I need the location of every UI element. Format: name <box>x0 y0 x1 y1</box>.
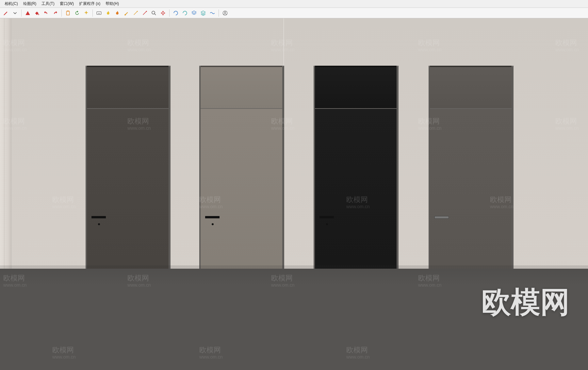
toolbar: AI <box>0 8 588 18</box>
magnifier-icon[interactable] <box>150 9 158 17</box>
door-keyhole <box>98 223 100 225</box>
separator <box>21 9 22 17</box>
scene-left-wall <box>0 18 12 286</box>
watermark-small: 欧模网www.om.cn <box>127 38 151 52</box>
flame-orange-icon[interactable] <box>113 9 121 17</box>
separator <box>92 9 93 17</box>
pencil-icon[interactable] <box>2 9 10 17</box>
svg-point-5 <box>137 11 138 12</box>
door-handle <box>319 216 334 218</box>
scene-floor <box>0 269 588 370</box>
swirl-blue-icon[interactable] <box>172 9 180 17</box>
triangle-icon[interactable] <box>24 9 32 17</box>
svg-point-9 <box>224 11 226 13</box>
wand-icon[interactable] <box>132 9 139 17</box>
separator <box>169 9 170 17</box>
layers-icon[interactable] <box>199 9 207 17</box>
door-handle <box>434 216 449 219</box>
watermark-small: 欧模网www.om.cn <box>555 38 579 52</box>
wand-red-icon[interactable] <box>141 9 149 17</box>
arrows-out-icon[interactable] <box>159 9 167 17</box>
stack-icon[interactable] <box>190 9 198 17</box>
flame-yellow-icon[interactable] <box>104 9 112 17</box>
svg-point-6 <box>146 11 147 12</box>
sparkle-icon[interactable] <box>82 9 90 17</box>
svg-point-0 <box>38 14 39 15</box>
svg-rect-1 <box>67 11 70 15</box>
door-keyhole <box>212 223 214 225</box>
user-circle-icon[interactable] <box>221 9 229 17</box>
swirl-teal-icon[interactable] <box>181 9 189 17</box>
clipboard-icon[interactable] <box>64 9 72 17</box>
menu-extensions[interactable]: 扩展程序 (x) <box>76 1 103 7</box>
menu-window[interactable]: 窗口(W) <box>57 1 76 7</box>
dropdown-icon[interactable] <box>11 9 19 17</box>
scene-seam-line <box>284 18 284 66</box>
watermark-small: 欧模网www.om.cn <box>555 116 579 131</box>
menu-bar: 相机(C) 绘图(R) 工具(T) 窗口(W) 扩展程序 (x) 帮助(H) <box>0 0 588 8</box>
menu-draw[interactable]: 绘图(R) <box>21 1 39 7</box>
watermark-small: 欧模网www.om.cn <box>418 38 442 52</box>
refresh-icon[interactable] <box>73 9 81 17</box>
watermark-small: 欧模网www.om.cn <box>271 38 295 52</box>
svg-rect-2 <box>67 10 69 11</box>
viewport-3d[interactable]: 欧模网www.om.cn 欧模网www.om.cn 欧模网www.om.cn 欧… <box>0 18 588 370</box>
door-keyhole <box>326 223 328 225</box>
separator <box>61 9 62 17</box>
watermark-small: 欧模网www.om.cn <box>52 195 76 209</box>
brush-icon[interactable] <box>122 9 130 17</box>
redo-icon[interactable] <box>51 9 59 17</box>
door-handle <box>91 216 106 218</box>
menu-tools[interactable]: 工具(T) <box>39 1 57 7</box>
svg-point-7 <box>152 11 155 14</box>
paint-bucket-icon[interactable] <box>33 9 41 17</box>
menu-camera[interactable]: 相机(C) <box>2 1 21 7</box>
svg-text:AI: AI <box>98 12 100 14</box>
ai-icon[interactable]: AI <box>95 9 103 17</box>
undo-icon[interactable] <box>42 9 50 17</box>
door-handle <box>205 216 220 218</box>
separator <box>219 9 219 17</box>
wave-icon[interactable] <box>208 9 216 17</box>
menu-help[interactable]: 帮助(H) <box>103 1 122 7</box>
